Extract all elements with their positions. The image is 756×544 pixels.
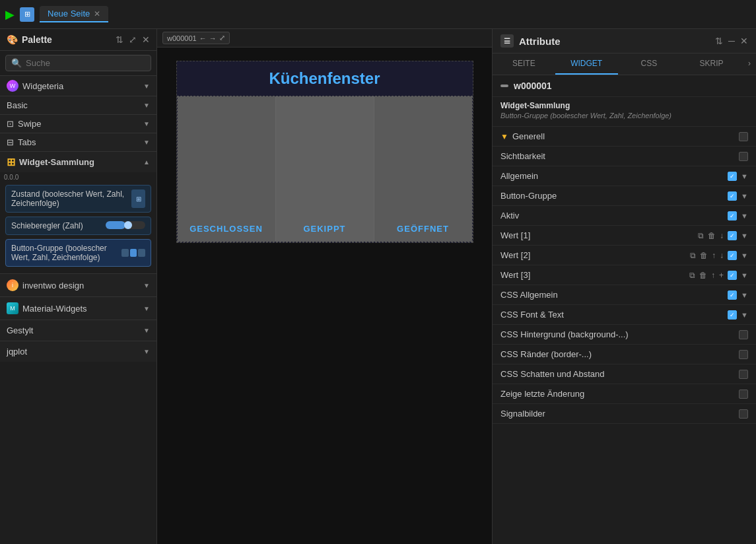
- attr-generell[interactable]: ▼ Generell: [493, 127, 756, 147]
- play-button[interactable]: ▶: [5, 7, 15, 22]
- top-bar-left: ▶ ⊞ Neue Seite ✕: [5, 6, 108, 22]
- attr-button-gruppe[interactable]: Button-Gruppe ▼: [493, 186, 756, 206]
- delete-icon[interactable]: 🗑: [699, 271, 707, 280]
- attr-css-font[interactable]: CSS Font & Text ▼: [493, 305, 756, 325]
- signalbilder-checkbox[interactable]: [739, 409, 748, 419]
- search-input[interactable]: [26, 58, 145, 68]
- chevron-down-icon: ▼: [741, 252, 748, 259]
- copy-icon[interactable]: ⧉: [698, 231, 704, 240]
- page-frame[interactable]: Küchenfenster GESCHLOSSEN GEKIPPT GEÖFFN…: [176, 61, 473, 243]
- btn-gekippt-label: GEKIPPT: [303, 224, 345, 234]
- palette-icon: 🎨: [7, 34, 18, 45]
- sidebar-item-widgeteria[interactable]: W Widgeteria ▼: [0, 75, 156, 96]
- attr-wert-3[interactable]: Wert [3] ⧉ 🗑 ↑ + ▼: [493, 265, 756, 285]
- chevron-down-icon: ▼: [741, 212, 748, 220]
- attr-css-hintergrund[interactable]: CSS Hintergrund (background-...): [493, 325, 756, 345]
- widget-item-zustand[interactable]: Zustand (boolescher Wert, Zahl, Zeichenf…: [5, 185, 151, 213]
- button-gruppe-checkbox[interactable]: [728, 191, 737, 201]
- delete-icon[interactable]: 🗑: [708, 231, 716, 240]
- resize-icon: ⤢: [219, 34, 225, 42]
- chevron-down-icon: ▼: [741, 291, 748, 299]
- arrow-down-icon[interactable]: ↓: [720, 231, 724, 240]
- attr-css-font-label: CSS Font & Text: [500, 310, 564, 320]
- tab-close-icon[interactable]: ✕: [94, 9, 100, 18]
- attr-zeige-aenderung[interactable]: Zeige letzte Änderung: [493, 384, 756, 404]
- attr-css-schatten[interactable]: CSS Schatten und Abstand: [493, 364, 756, 384]
- sidebar-item-tabs[interactable]: ⊟ Tabs ▼: [0, 133, 156, 151]
- wert-2-checkbox[interactable]: [728, 251, 737, 260]
- slider-thumb: [124, 221, 132, 229]
- expand-icon[interactable]: ⤢: [129, 34, 137, 45]
- widget-desc-title: Widget-Sammlung: [500, 101, 748, 110]
- sidebar-item-swipe[interactable]: ⊡ Swipe ▼: [0, 114, 156, 133]
- schieberegler-label: Schieberegler (Zahl): [11, 221, 83, 230]
- css-hintergrund-checkbox[interactable]: [739, 330, 748, 339]
- zeige-aenderung-checkbox[interactable]: [739, 390, 748, 399]
- wert-3-checkbox[interactable]: [728, 271, 737, 280]
- delete-icon[interactable]: 🗑: [700, 251, 708, 260]
- css-allgemein-checkbox[interactable]: [728, 290, 737, 300]
- tab-seite[interactable]: SEITE: [493, 53, 555, 75]
- chevron-down-icon: ▼: [143, 139, 150, 146]
- panel-arrows-icon[interactable]: ⇅: [715, 36, 723, 46]
- panel-close-icon[interactable]: ✕: [740, 36, 748, 46]
- allgemein-checkbox[interactable]: [728, 172, 737, 181]
- aktiv-checkbox[interactable]: [728, 211, 737, 221]
- attr-signalbilder[interactable]: Signalbilder: [493, 404, 756, 424]
- panel-minimize-icon[interactable]: ─: [728, 36, 735, 46]
- sidebar-item-gestylt[interactable]: Gestylt ▼: [0, 320, 156, 341]
- sidebar-item-basic[interactable]: Basic ▼: [0, 96, 156, 114]
- widget-id-display: w000001: [514, 81, 552, 91]
- arrow-up-icon[interactable]: ↑: [712, 251, 716, 260]
- material-icon: M: [7, 302, 18, 314]
- css-font-checkbox[interactable]: [728, 310, 737, 320]
- right-panel: ☰ Attribute ⇅ ─ ✕ SEITE WIDGET CSS SKRIP…: [492, 29, 756, 544]
- arrow-down-icon[interactable]: ↓: [720, 251, 724, 260]
- canvas-area: w000001 ← → ⤢ Küchenfenster GESCHLOSSEN …: [157, 29, 492, 544]
- arrow-right-icon: →: [209, 34, 217, 42]
- attr-css-raender[interactable]: CSS Ränder (border-...): [493, 345, 756, 364]
- attr-css-raender-label: CSS Ränder (border-...): [500, 349, 592, 359]
- copy-icon[interactable]: ⧉: [690, 251, 696, 260]
- attr-css-allgemein[interactable]: CSS Allgemein ▼: [493, 285, 756, 305]
- css-schatten-checkbox[interactable]: [739, 370, 748, 379]
- attr-wert-1[interactable]: Wert [1] ⧉ 🗑 ↓ ▼: [493, 226, 756, 246]
- widget-sammlung-label: Widget-Sammlung: [19, 157, 94, 167]
- sidebar-title: 🎨 Palette: [7, 34, 52, 45]
- page-tab[interactable]: Neue Seite ✕: [40, 6, 108, 22]
- button-group-widget[interactable]: GESCHLOSSEN GEKIPPT GEÖFFNET: [177, 96, 473, 242]
- btn-option-geschlossen[interactable]: GESCHLOSSEN: [178, 96, 276, 242]
- sidebar-item-material[interactable]: M Material-Widgets ▼: [0, 296, 156, 320]
- arrow-left-icon: ←: [199, 34, 207, 42]
- attr-sichtbarkeit-label: Sichtbarkeit: [500, 151, 545, 161]
- sidebar-item-inventwo[interactable]: i inventwo design ▼: [0, 273, 156, 296]
- add-icon[interactable]: +: [719, 271, 724, 280]
- chevron-up-down-icon[interactable]: ⇅: [116, 34, 123, 45]
- attr-allgemein[interactable]: Allgemein ▼: [493, 166, 756, 186]
- arrow-up-icon[interactable]: ↑: [711, 271, 715, 280]
- attr-zeige-aenderung-label: Zeige letzte Änderung: [500, 389, 584, 399]
- attr-wert-2[interactable]: Wert [2] ⧉ 🗑 ↑ ↓ ▼: [493, 246, 756, 265]
- widget-item-button-gruppe[interactable]: Button-Gruppe (boolescher Wert, Zahl, Ze…: [5, 239, 151, 267]
- close-icon[interactable]: ✕: [142, 34, 150, 45]
- attribute-list: ▼ Generell Sichtbarkeit Allgemei: [493, 127, 756, 544]
- widgeteria-label: Widgeteria: [22, 81, 63, 91]
- btn-option-gekippt[interactable]: GEKIPPT: [276, 96, 374, 242]
- tab-skrip[interactable]: SKRIP: [680, 53, 743, 75]
- tab-arrow-right[interactable]: ›: [743, 53, 756, 75]
- widget-item-schieberegler[interactable]: Schieberegler (Zahl): [5, 217, 151, 235]
- wert-1-checkbox[interactable]: [728, 231, 737, 240]
- attr-sichtbarkeit[interactable]: Sichtbarkeit: [493, 147, 756, 166]
- gestylt-label: Gestylt: [7, 325, 33, 335]
- search-box[interactable]: 🔍: [5, 55, 151, 71]
- css-raender-checkbox[interactable]: [739, 350, 748, 359]
- generell-checkbox[interactable]: [739, 132, 748, 141]
- sichtbarkeit-checkbox[interactable]: [739, 152, 748, 161]
- sidebar-item-jqplot[interactable]: jqplot ▼: [0, 341, 156, 362]
- tab-widget[interactable]: WIDGET: [555, 53, 618, 75]
- copy-icon[interactable]: ⧉: [689, 271, 695, 280]
- sidebar-item-widget-sammlung[interactable]: ⊞ Widget-Sammlung ▲: [0, 151, 156, 172]
- tab-css[interactable]: CSS: [618, 53, 681, 75]
- btn-option-geoeffnet[interactable]: GEÖFFNET: [374, 96, 472, 242]
- attr-aktiv[interactable]: Aktiv ▼: [493, 206, 756, 226]
